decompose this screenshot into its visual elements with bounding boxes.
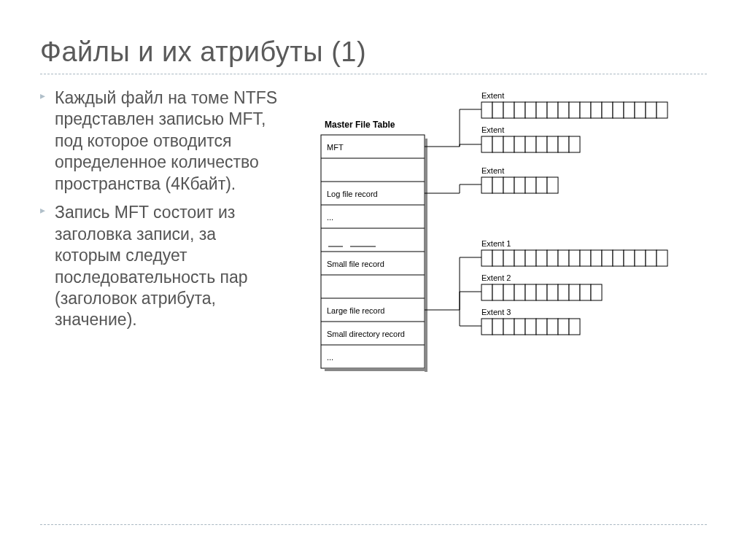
svg-rect-63 (657, 250, 667, 266)
svg-rect-39 (569, 136, 580, 152)
svg-rect-52 (536, 250, 547, 266)
svg-rect-62 (646, 250, 657, 266)
svg-rect-21 (558, 102, 569, 118)
svg-rect-32 (492, 136, 503, 152)
divider-top (40, 74, 707, 74)
svg-rect-34 (514, 136, 525, 152)
svg-rect-57 (591, 250, 602, 266)
mft-title: Master File Table (325, 120, 395, 130)
divider-bottom (40, 524, 707, 525)
svg-rect-53 (547, 250, 558, 266)
extent-cells-4 (481, 250, 667, 266)
svg-rect-60 (624, 250, 635, 266)
svg-rect-49 (503, 250, 514, 266)
extent-cells-1 (481, 102, 667, 118)
svg-rect-68 (525, 284, 536, 300)
mft-row: Log file record (327, 190, 378, 198)
mft-row: ... (327, 353, 333, 362)
svg-rect-50 (514, 250, 525, 266)
svg-rect-76 (492, 319, 503, 335)
svg-rect-66 (503, 284, 514, 300)
svg-rect-61 (635, 250, 646, 266)
mft-row: Large file record (327, 306, 385, 315)
extent-label: Extent 1 (481, 239, 511, 248)
svg-rect-36 (536, 136, 547, 152)
svg-rect-42 (503, 177, 514, 193)
svg-rect-72 (569, 284, 580, 300)
svg-rect-70 (547, 284, 558, 300)
mft-row: Small directory record (327, 330, 405, 338)
svg-rect-26 (613, 102, 624, 118)
svg-rect-28 (635, 102, 646, 118)
svg-rect-16 (503, 102, 514, 118)
mft-row: ... (327, 213, 333, 222)
svg-rect-77 (503, 319, 514, 335)
svg-rect-56 (580, 250, 591, 266)
mft-row: Small file record (327, 260, 384, 268)
svg-rect-35 (525, 136, 536, 152)
svg-rect-58 (602, 250, 613, 266)
slide-title: Файлы и их атрибуты (1) (40, 36, 707, 68)
svg-rect-38 (558, 136, 569, 152)
svg-rect-14 (481, 102, 492, 118)
svg-rect-40 (481, 177, 492, 193)
svg-rect-80 (536, 319, 547, 335)
svg-rect-67 (514, 284, 525, 300)
svg-rect-71 (558, 284, 569, 300)
bullet-item: Каждый файл на томе NTFS представлен зап… (40, 88, 281, 195)
svg-rect-33 (503, 136, 514, 152)
svg-rect-83 (569, 319, 580, 335)
extent-cells-3 (481, 177, 558, 193)
svg-rect-54 (558, 250, 569, 266)
svg-rect-45 (536, 177, 547, 193)
svg-rect-23 (580, 102, 591, 118)
extent-label: Extent 3 (481, 308, 511, 316)
bullet-item: Запись MFT состоит из заголовка записи, … (40, 202, 281, 331)
mft-row: MFT (327, 143, 344, 152)
extent-label: Extent (481, 125, 504, 134)
svg-rect-31 (481, 136, 492, 152)
svg-rect-48 (492, 250, 503, 266)
svg-rect-20 (547, 102, 558, 118)
svg-rect-18 (525, 102, 536, 118)
svg-rect-79 (525, 319, 536, 335)
svg-rect-46 (547, 177, 558, 193)
text-column: Каждый файл на томе NTFS представлен зап… (40, 88, 281, 404)
svg-rect-24 (591, 102, 602, 118)
extent-label: Extent 2 (481, 273, 511, 282)
mft-diagram: Master File Table (303, 88, 707, 404)
svg-rect-75 (481, 319, 492, 335)
svg-rect-69 (536, 284, 547, 300)
svg-rect-51 (525, 250, 536, 266)
svg-rect-73 (580, 284, 591, 300)
svg-rect-44 (525, 177, 536, 193)
svg-rect-17 (514, 102, 525, 118)
extent-cells-5 (481, 284, 602, 300)
svg-rect-19 (536, 102, 547, 118)
svg-rect-74 (591, 284, 602, 300)
svg-rect-78 (514, 319, 525, 335)
svg-rect-30 (657, 102, 667, 118)
svg-rect-41 (492, 177, 503, 193)
svg-rect-2 (325, 368, 427, 371)
svg-rect-37 (547, 136, 558, 152)
svg-rect-59 (613, 250, 624, 266)
svg-rect-25 (602, 102, 613, 118)
extent-cells-6 (481, 319, 580, 335)
svg-rect-65 (492, 284, 503, 300)
extent-cells-2 (481, 136, 580, 152)
svg-rect-22 (569, 102, 580, 118)
svg-rect-27 (624, 102, 635, 118)
connectors (425, 109, 481, 326)
extent-label: Extent (481, 166, 504, 175)
svg-rect-43 (514, 177, 525, 193)
extent-label: Extent (481, 91, 504, 100)
svg-rect-55 (569, 250, 580, 266)
svg-rect-1 (425, 139, 427, 372)
svg-rect-47 (481, 250, 492, 266)
svg-rect-29 (646, 102, 657, 118)
svg-rect-82 (558, 319, 569, 335)
svg-rect-81 (547, 319, 558, 335)
svg-rect-64 (481, 284, 492, 300)
svg-rect-15 (492, 102, 503, 118)
